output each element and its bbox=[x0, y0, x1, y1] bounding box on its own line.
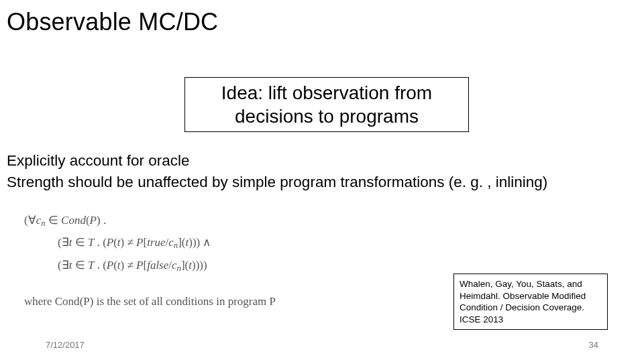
slide-title: Observable MC/DC bbox=[7, 8, 218, 36]
idea-text: Idea: lift observation from decisions to… bbox=[192, 81, 462, 128]
math-line-3: (∃t ∈ T . (P(t) ≠ P[false/cn](t)))) bbox=[24, 254, 211, 276]
math-block: (∀cn ∈ Cond(P) . (∃t ∈ T . (P(t) ≠ P[tru… bbox=[24, 209, 211, 276]
where-clause: where Cond(P) is the set of all conditio… bbox=[24, 295, 276, 308]
body-line-1: Explicitly account for oracle bbox=[7, 150, 637, 172]
body-line-2: Strength should be unaffected by simple … bbox=[7, 172, 637, 193]
slide: Observable MC/DC Idea: lift observation … bbox=[0, 0, 644, 362]
math-line-1: (∀cn ∈ Cond(P) . bbox=[24, 209, 211, 231]
body-text: Explicitly account for oracle Strength s… bbox=[7, 150, 637, 192]
idea-box: Idea: lift observation from decisions to… bbox=[184, 77, 469, 132]
footer-page: 34 bbox=[589, 340, 598, 350]
footer-date: 7/12/2017 bbox=[46, 340, 85, 350]
math-line-2: (∃t ∈ T . (P(t) ≠ P[true/cn](t))) ∧ bbox=[24, 231, 211, 253]
citation-box: Whalen, Gay, You, Staats, and Heimdahl. … bbox=[453, 274, 608, 330]
citation-text: Whalen, Gay, You, Staats, and Heimdahl. … bbox=[460, 279, 586, 324]
